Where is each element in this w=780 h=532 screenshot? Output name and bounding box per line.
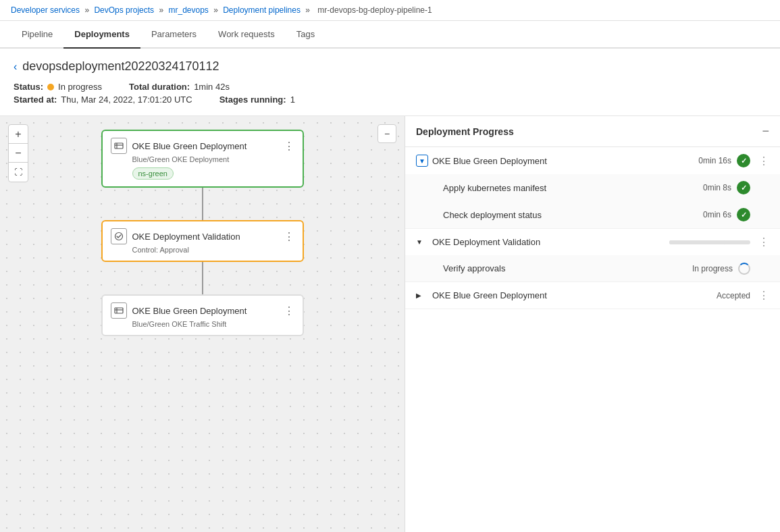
breadcrumb-current: mr-devops-bg-deploy-pipeline-1 (317, 5, 432, 15)
back-button[interactable]: ‹ (14, 61, 17, 73)
canvas-collapse-button[interactable]: − (378, 124, 396, 143)
tab-parameters[interactable]: Parameters (140, 21, 207, 49)
total-duration-value: 1min 42s (194, 82, 230, 92)
progress-row-2[interactable]: ▼ OKE Deployment Validation ⋮ (405, 229, 780, 255)
section-2-menu[interactable]: ⋮ (758, 236, 769, 248)
zoom-controls: + − ⛶ (8, 124, 28, 182)
tab-pipeline[interactable]: Pipeline (11, 21, 63, 49)
page-title: devopsdeployment20220324170112 (22, 59, 219, 74)
subrow-2-1-status-text: In progress (692, 264, 733, 273)
stage-2-menu[interactable]: ⋮ (284, 230, 294, 243)
progress-title: Deployment Progress (416, 126, 514, 137)
tab-deployments[interactable]: Deployments (63, 21, 140, 49)
stage-1-icon (111, 138, 127, 154)
progress-subrow-1-1: Apply kubernetes manifest 0min 8s ⋮ (405, 174, 780, 201)
svg-point-3 (115, 233, 122, 240)
stage-3-menu[interactable]: ⋮ (284, 304, 294, 317)
zoom-out-button[interactable]: − (9, 144, 28, 163)
page-header: ‹ devopsdeployment20220324170112 Status:… (0, 49, 780, 116)
stage-node-3[interactable]: OKE Blue Green Deployment ⋮ Blue/Green O… (101, 294, 304, 336)
breadcrumb-developer-services[interactable]: Developer services (11, 5, 80, 15)
stage-node-1[interactable]: OKE Blue Green Deployment ⋮ Blue/Green O… (101, 130, 304, 188)
subrow-1-1-name: Apply kubernetes manifest (443, 183, 703, 193)
status-indicator (47, 84, 54, 90)
section-1-expand[interactable]: ▼ (416, 155, 428, 167)
zoom-in-button[interactable]: + (9, 125, 28, 144)
stage-2-subtitle: Control: Approval (132, 246, 294, 254)
section-2-progress-bar (669, 240, 750, 244)
status-value: In progress (58, 82, 102, 92)
zoom-fit-button[interactable]: ⛶ (9, 163, 28, 182)
stage-2-icon (111, 228, 127, 244)
section-1-status-icon (737, 154, 750, 167)
connector-2 (202, 262, 203, 294)
progress-bar-fill (669, 240, 726, 244)
progress-collapse-button[interactable]: − (762, 124, 769, 138)
stages-container: OKE Blue Green Deployment ⋮ Blue/Green O… (0, 116, 405, 532)
stage-1-title: OKE Blue Green Deployment (132, 141, 278, 151)
stage-3-subtitle: Blue/Green OKE Traffic Shift (132, 320, 294, 328)
subrow-2-1-name: Verify approvals (443, 263, 692, 273)
stages-running-value: 1 (290, 95, 295, 105)
pipeline-canvas: + − ⛶ − OKE Blue Green Deployment (0, 116, 405, 532)
subrow-1-2-status (737, 208, 750, 221)
main-content: + − ⛶ − OKE Blue Green Deployment (0, 116, 780, 532)
section-3-expand[interactable]: ▶ (416, 292, 428, 299)
stage-2-title: OKE Deployment Validation (132, 232, 278, 242)
progress-panel: Deployment Progress − ▼ OKE Blue Green D… (405, 116, 780, 532)
stage-3-title: OKE Blue Green Deployment (132, 306, 278, 316)
subrow-2-1-spinner (738, 263, 750, 275)
section-1-duration: 0min 16s (698, 156, 731, 165)
progress-row-3[interactable]: ▶ OKE Blue Green Deployment Accepted ⋮ (405, 282, 780, 309)
breadcrumb-devops-projects[interactable]: DevOps projects (94, 5, 154, 15)
subrow-1-2-duration: 0min 6s (703, 210, 731, 219)
stage-1-subtitle: Blue/Green OKE Deployment (132, 155, 294, 163)
svg-rect-0 (115, 143, 123, 149)
subrow-1-1-status (737, 181, 750, 194)
tabs-bar: Pipeline Deployments Parameters Work req… (0, 21, 780, 49)
section-1-menu[interactable]: ⋮ (758, 155, 769, 167)
section-3-menu[interactable]: ⋮ (758, 289, 769, 302)
progress-subrow-1-2: Check deployment status 0min 6s ⋮ (405, 201, 780, 228)
progress-section-2: ▼ OKE Deployment Validation ⋮ Verify app… (405, 229, 780, 282)
progress-subrow-2-1: Verify approvals In progress ⋮ (405, 255, 780, 282)
progress-header: Deployment Progress − (405, 116, 780, 147)
section-3-name: OKE Blue Green Deployment (432, 290, 717, 300)
breadcrumb: Developer services » DevOps projects » m… (0, 0, 780, 21)
svg-rect-4 (115, 308, 123, 313)
status-label: Status: (14, 82, 43, 92)
section-2-name: OKE Deployment Validation (432, 237, 669, 247)
breadcrumb-mr-devops[interactable]: mr_devops (168, 5, 208, 15)
section-2-expand[interactable]: ▼ (416, 238, 428, 246)
tab-work-requests[interactable]: Work requests (207, 21, 286, 49)
subrow-1-1-duration: 0min 8s (703, 183, 731, 192)
breadcrumb-deployment-pipelines[interactable]: Deployment pipelines (223, 5, 301, 15)
stage-1-badge: ns-green (132, 167, 174, 180)
total-duration-label: Total duration: (129, 82, 190, 92)
progress-section-1: ▼ OKE Blue Green Deployment 0min 16s ⋮ A… (405, 147, 780, 229)
progress-section-3: ▶ OKE Blue Green Deployment Accepted ⋮ (405, 282, 780, 309)
started-value: Thu, Mar 24, 2022, 17:01:20 UTC (61, 95, 192, 105)
connector-1 (202, 188, 203, 220)
tab-tags[interactable]: Tags (286, 21, 326, 49)
stages-running-label: Stages running: (219, 95, 286, 105)
subrow-1-2-name: Check deployment status (443, 210, 703, 220)
started-label: Started at: (14, 95, 57, 105)
progress-row-1[interactable]: ▼ OKE Blue Green Deployment 0min 16s ⋮ (405, 147, 780, 174)
stage-3-icon (111, 302, 127, 319)
stage-node-2[interactable]: OKE Deployment Validation ⋮ Control: App… (101, 220, 304, 262)
section-3-status-text: Accepted (717, 291, 750, 300)
stage-1-menu[interactable]: ⋮ (284, 140, 294, 153)
section-1-name: OKE Blue Green Deployment (432, 156, 698, 166)
